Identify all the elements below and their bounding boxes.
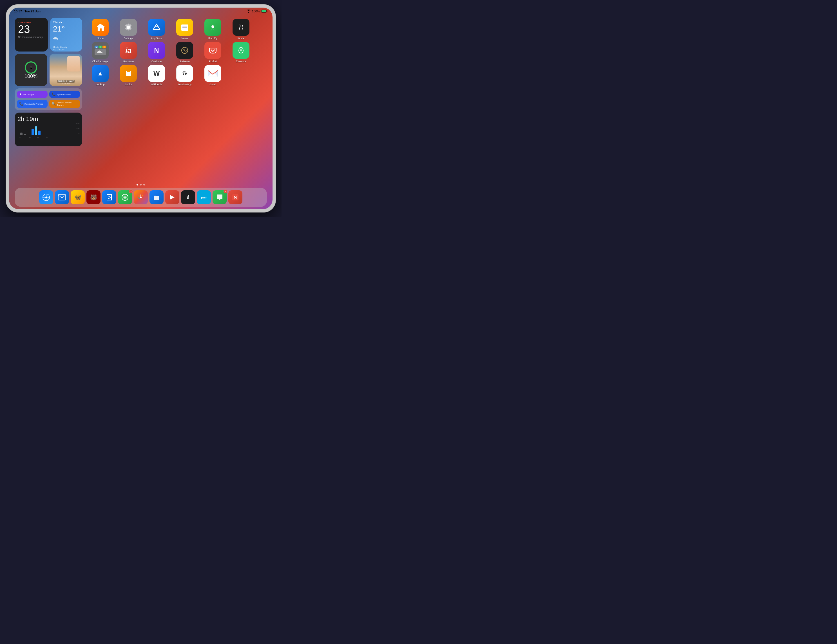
app-icon-onenote: N	[148, 42, 165, 59]
app-gmail[interactable]: Gmail	[199, 65, 227, 86]
dock: 🦋 🐻 3	[15, 188, 267, 207]
calendar-widget[interactable]: TUESDAY 23 No more events today	[15, 18, 48, 51]
app-label-home: Home	[97, 37, 103, 40]
dock-item-dash[interactable]: d	[181, 190, 195, 204]
photo-date: 19 Apr 2020	[57, 83, 75, 84]
dock-item-messages[interactable]: 1	[213, 190, 226, 204]
ipad-frame: 10:57 Tue 23 Jun 100%	[6, 4, 276, 213]
app-row-3: ▲ LookUp Books W Wikiped	[86, 65, 267, 86]
app-iannotate[interactable]: ia iAnnotate	[114, 42, 143, 63]
battery-percentage: 100%	[252, 10, 260, 13]
app-evernote[interactable]: Evernote	[227, 42, 255, 63]
photo-widget[interactable]: THIRSK & HOME 19 Apr 2020	[49, 54, 82, 86]
svg-text:N: N	[234, 195, 237, 200]
app-icon-scrivener	[176, 42, 193, 59]
app-icon-home	[92, 19, 109, 36]
app-label-wikipedia: Wikipedia	[151, 83, 162, 86]
svg-rect-1	[267, 10, 268, 11]
dock-icon-goodnotes	[102, 190, 116, 204]
screen-time-widget[interactable]: 2h 19m 60m 30m 0 00 06	[15, 113, 82, 146]
status-time: 10:57 Tue 23 Jun	[14, 10, 41, 13]
svg-point-12	[212, 25, 214, 28]
app-cloudstorage[interactable]: ☁ B D Cloud storage	[86, 42, 114, 63]
status-right: 100%	[247, 10, 268, 13]
dock-item-prime[interactable]: prime	[197, 190, 211, 204]
dock-icon-tweetbot: 🦋	[71, 190, 85, 204]
dock-item-omnifocus[interactable]: 3	[118, 190, 132, 204]
app-icon-terminology: Te	[176, 65, 193, 82]
svg-rect-28	[142, 195, 143, 197]
app-label-scrivener: Scrivener	[179, 60, 190, 63]
weather-hilo: H:21° L:15°	[53, 48, 79, 51]
app-label-pocket: Pocket	[209, 60, 217, 63]
page-dot-1[interactable]	[136, 184, 138, 185]
app-kindle[interactable]: Kindle	[227, 19, 255, 40]
app-books[interactable]: Books	[114, 65, 143, 86]
dock-item-photos[interactable]	[134, 190, 148, 204]
dock-item-files[interactable]	[149, 190, 164, 204]
app-scrivener[interactable]: Scrivener	[171, 42, 199, 63]
shortcut-ok-google-icon: ✦	[19, 92, 22, 96]
app-lookup[interactable]: ▲ LookUp	[86, 65, 114, 86]
app-wikipedia[interactable]: W Wikipedia	[143, 65, 171, 86]
svg-rect-34	[138, 195, 140, 197]
page-dots	[9, 184, 272, 185]
shortcut-lookup-term[interactable]: 🔍 Lookup word in Term...	[49, 100, 80, 108]
dock-item-bear[interactable]: 🐻	[87, 190, 100, 204]
app-icon-cloudstorage: ☁ B D	[92, 42, 109, 59]
dock-item-reeder[interactable]	[165, 190, 179, 204]
messages-badge: 1	[223, 189, 228, 193]
app-icon-settings	[120, 19, 137, 36]
status-bar: 10:57 Tue 23 Jun 100%	[9, 8, 272, 15]
weather-widget[interactable]: Thirsk ↑ 21° Mostly Cloudy H:21° L:15°	[50, 18, 82, 51]
shortcuts-widget: ✦ OK Google 📞 Apple Frames 📞 Run Apple F…	[15, 88, 82, 110]
app-home[interactable]: Home	[86, 19, 114, 40]
calendar-event-text: No more events today	[18, 36, 44, 39]
shortcut-apple-frames-icon: 📞	[51, 92, 56, 96]
shortcut-ok-google[interactable]: ✦ OK Google	[17, 91, 48, 98]
battery-widget[interactable]: 📱 100%	[15, 54, 47, 86]
calendar-day-number: 23	[18, 24, 44, 34]
app-onenote[interactable]: N OneNote	[143, 42, 171, 63]
shortcut-run-icon: 📞	[19, 102, 23, 106]
dock-item-tweetbot[interactable]: 🦋	[71, 190, 85, 204]
app-terminology[interactable]: Te Terminology	[171, 65, 199, 86]
app-findmy[interactable]: Find My	[199, 19, 227, 40]
app-pocket[interactable]: Pocket	[199, 42, 227, 63]
dock-icon-reeder	[165, 190, 179, 204]
shortcut-ok-google-label: OK Google	[23, 93, 34, 96]
svg-text:📱: 📱	[30, 66, 33, 69]
app-icon-gmail	[204, 65, 221, 82]
page-dot-3[interactable]	[143, 184, 145, 185]
app-appstore[interactable]: App Store	[143, 19, 171, 40]
weather-location: Thirsk ↑	[53, 21, 79, 24]
page-dot-2[interactable]	[140, 184, 142, 185]
dock-icon-safari	[39, 190, 53, 204]
dock-icon-prime: prime	[197, 190, 211, 204]
app-icon-iannotate: ia	[120, 42, 137, 59]
app-label-kindle: Kindle	[237, 37, 245, 40]
svg-rect-22	[58, 195, 66, 200]
svg-rect-31	[141, 199, 141, 200]
app-label-findmy: Find My	[208, 37, 217, 40]
photo-text: THIRSK & HOME	[57, 80, 75, 83]
app-notes[interactable]: Notes	[171, 19, 199, 40]
dock-item-news[interactable]: N	[228, 190, 243, 204]
app-settings[interactable]: Settings	[114, 19, 143, 40]
app-icon-findmy	[204, 19, 221, 36]
app-label-gmail: Gmail	[210, 83, 216, 86]
dock-item-goodnotes[interactable]	[102, 190, 116, 204]
middle-widgets-row: 📱 100% THIRSK & HOME 19 Apr 2020	[15, 54, 82, 86]
app-label-settings: Settings	[124, 37, 133, 40]
shortcut-run-apple-frames[interactable]: 📞 Run Apple Frames	[17, 100, 48, 108]
dock-item-mail[interactable]	[55, 190, 69, 204]
ipad-screen: 10:57 Tue 23 Jun 100%	[9, 8, 272, 209]
app-icon-appstore	[148, 19, 165, 36]
battery-ring: 📱	[24, 61, 38, 75]
screen-time-duration: 2h 19m	[18, 115, 79, 123]
shortcut-apple-frames[interactable]: 📞 Apple Frames	[49, 91, 80, 98]
svg-rect-27	[141, 195, 141, 196]
dock-item-safari[interactable]	[39, 190, 53, 204]
app-label-iannotate: iAnnotate	[123, 60, 134, 63]
dock-icon-news: N	[228, 190, 243, 204]
